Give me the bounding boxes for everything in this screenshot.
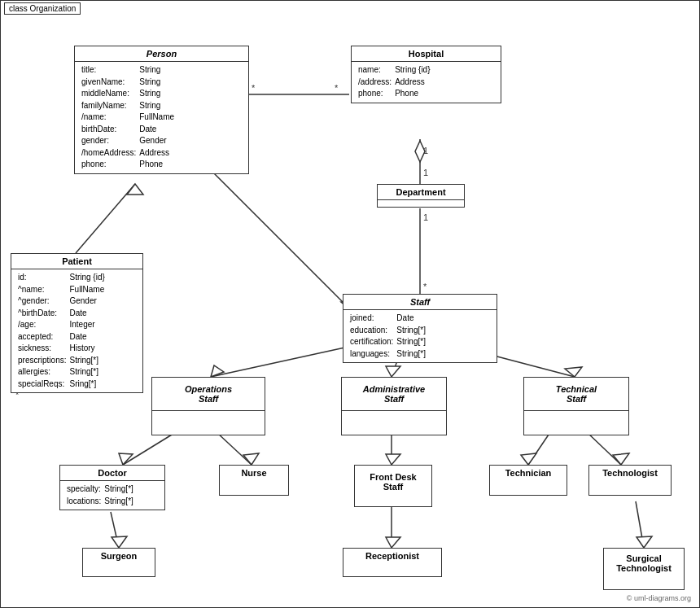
diagram-canvas: class Organization * * 1 1 1 * xyxy=(0,0,700,608)
class-receptionist-title: Receptionist xyxy=(343,549,441,563)
class-front-desk-staff: Front DeskStaff xyxy=(354,465,432,507)
class-front-desk-staff-title: Front DeskStaff xyxy=(355,466,431,494)
svg-line-20 xyxy=(123,432,176,465)
class-nurse-title: Nurse xyxy=(220,466,288,480)
svg-line-12 xyxy=(212,172,351,310)
class-receptionist: Receptionist xyxy=(343,548,442,577)
class-staff-attrs: joined:Date education:String[*] certific… xyxy=(343,310,497,362)
svg-marker-35 xyxy=(637,536,652,548)
svg-marker-29 xyxy=(613,453,629,465)
class-technician: Technician xyxy=(489,465,567,496)
svg-line-28 xyxy=(587,432,621,465)
svg-text:*: * xyxy=(252,83,256,93)
svg-marker-25 xyxy=(386,454,400,465)
svg-line-30 xyxy=(111,512,119,548)
svg-marker-19 xyxy=(565,367,582,377)
svg-text:1: 1 xyxy=(423,146,428,155)
svg-marker-27 xyxy=(521,453,536,465)
class-doctor-attrs: specialty:String[*] locations:String[*] xyxy=(60,481,164,510)
class-technician-title: Technician xyxy=(490,466,567,480)
class-department: Department xyxy=(377,184,465,208)
svg-marker-17 xyxy=(386,366,400,377)
class-technical-staff: TechnicalStaff xyxy=(523,377,629,435)
class-surgical-technologist: SurgicalTechnologist xyxy=(603,548,685,590)
class-hospital-title: Hospital xyxy=(352,46,501,62)
class-surgeon-title: Surgeon xyxy=(83,549,155,563)
class-technologist: Technologist xyxy=(588,465,672,496)
class-department-attrs xyxy=(378,200,464,207)
svg-line-26 xyxy=(528,432,550,465)
class-operations-staff: OperationsStaff xyxy=(151,377,265,435)
class-patient: Patient id:String {id} ^name:FullName ^g… xyxy=(11,253,143,393)
svg-line-22 xyxy=(217,432,252,465)
svg-marker-23 xyxy=(243,453,259,465)
class-surgeon: Surgeon xyxy=(82,548,155,577)
copyright-text: © uml-diagrams.org xyxy=(627,594,691,602)
svg-text:1: 1 xyxy=(423,168,428,177)
class-person: Person title:String givenName:String mid… xyxy=(74,46,249,174)
svg-marker-11 xyxy=(127,184,143,195)
svg-text:*: * xyxy=(423,282,427,291)
class-patient-attrs: id:String {id} ^name:FullName ^gender:Ge… xyxy=(11,269,142,392)
class-hospital-attrs: name:String {id} /address:Address phone:… xyxy=(352,62,501,103)
diagram-title: class Organization xyxy=(4,2,81,15)
svg-line-34 xyxy=(636,501,644,548)
svg-marker-15 xyxy=(211,365,224,377)
class-administrative-staff: AdministrativeStaff xyxy=(341,377,447,435)
class-person-title: Person xyxy=(75,46,248,62)
class-nurse: Nurse xyxy=(219,465,289,496)
class-surgical-technologist-title: SurgicalTechnologist xyxy=(604,549,684,575)
class-administrative-staff-title: AdministrativeStaff xyxy=(342,378,446,411)
class-hospital: Hospital name:String {id} /address:Addre… xyxy=(351,46,501,103)
class-department-title: Department xyxy=(378,185,464,200)
svg-marker-33 xyxy=(386,537,400,548)
class-patient-title: Patient xyxy=(11,254,142,269)
class-technologist-title: Technologist xyxy=(589,466,671,480)
class-person-attrs: title:String givenName:String middleName… xyxy=(75,62,248,173)
class-operations-staff-title: OperationsStaff xyxy=(152,378,265,411)
class-doctor-title: Doctor xyxy=(60,466,164,481)
class-staff-title: Staff xyxy=(343,295,497,310)
class-technical-staff-title: TechnicalStaff xyxy=(524,378,628,411)
class-doctor: Doctor specialty:String[*] locations:Str… xyxy=(59,465,165,510)
svg-marker-4 xyxy=(415,141,425,162)
svg-text:*: * xyxy=(335,83,339,93)
class-staff: Staff joined:Date education:String[*] ce… xyxy=(343,294,497,363)
svg-text:1: 1 xyxy=(423,212,428,222)
svg-line-10 xyxy=(76,184,135,253)
svg-marker-21 xyxy=(119,453,133,465)
svg-marker-31 xyxy=(112,536,127,548)
